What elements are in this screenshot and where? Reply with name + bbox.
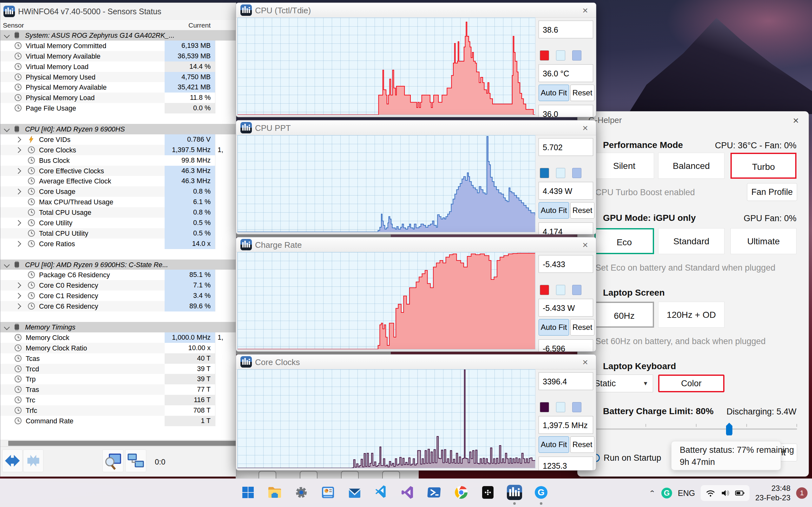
settings-gear-icon[interactable] bbox=[292, 483, 311, 502]
mail-icon[interactable] bbox=[345, 483, 364, 502]
slider-handle[interactable] bbox=[726, 423, 732, 435]
chevron-right-icon[interactable] bbox=[15, 189, 21, 194]
sensor-row[interactable]: Trp39 T bbox=[0, 374, 236, 384]
graph-titlebar[interactable]: Charge Rate × bbox=[236, 237, 596, 252]
sensor-row[interactable]: Virtual Memory Available36,539 MB bbox=[0, 51, 236, 61]
close-icon[interactable]: × bbox=[579, 239, 591, 250]
grid-color-swatch[interactable] bbox=[572, 168, 581, 178]
balanced-button[interactable]: Balanced bbox=[658, 153, 724, 179]
grammarly-tray-icon[interactable]: G bbox=[661, 488, 672, 498]
standard-button[interactable]: Standard bbox=[658, 228, 724, 254]
graph-titlebar[interactable]: Core Clocks × bbox=[236, 354, 596, 370]
sensor-group-row[interactable]: Memory Timings bbox=[0, 322, 236, 332]
sensor-row[interactable]: Total CPU Utility0.5 % bbox=[0, 228, 236, 239]
chevron-right-icon[interactable] bbox=[15, 220, 21, 226]
column-sensor[interactable]: Sensor bbox=[3, 21, 24, 29]
language-indicator[interactable]: ENG bbox=[678, 489, 695, 498]
series-color-swatch[interactable] bbox=[540, 50, 549, 60]
collapse-columns-button[interactable] bbox=[23, 449, 44, 472]
close-icon[interactable]: × bbox=[579, 5, 591, 16]
expand-columns-button[interactable] bbox=[2, 449, 22, 472]
sensor-row[interactable]: Tras77 T bbox=[0, 384, 236, 395]
chevron-down-icon[interactable] bbox=[4, 262, 9, 268]
refresh-120hz-button[interactable]: 120Hz + OD bbox=[658, 302, 724, 328]
eco-button[interactable]: Eco bbox=[595, 228, 654, 254]
chevron-right-icon[interactable] bbox=[15, 293, 21, 299]
sensor-row[interactable]: Page File Usage0.0 % bbox=[0, 103, 236, 113]
auto-fit-button[interactable]: Auto Fit bbox=[539, 436, 569, 453]
grid-color-swatch[interactable] bbox=[572, 402, 581, 412]
fan-profile-button[interactable]: Fan Profile bbox=[747, 183, 797, 201]
sensor-row[interactable]: Command Rate1 T bbox=[0, 416, 236, 426]
battery-limit-slider[interactable] bbox=[595, 429, 797, 430]
sensor-row[interactable]: Bus Clock99.8 MHz bbox=[0, 155, 236, 166]
sensor-group-row[interactable]: CPU [#0]: AMD Ryzen 9 6900HS bbox=[0, 124, 236, 134]
chevron-right-icon[interactable] bbox=[15, 136, 21, 142]
visual-studio-icon[interactable] bbox=[398, 483, 417, 502]
keyboard-color-button[interactable]: Color bbox=[658, 375, 724, 392]
chevron-right-icon[interactable] bbox=[15, 283, 21, 288]
sensor-table-header[interactable]: Sensor Current bbox=[0, 20, 236, 31]
sensor-row[interactable]: Core C0 Residency7.1 % bbox=[0, 280, 236, 291]
auto-fit-button[interactable]: Auto Fit bbox=[539, 202, 569, 219]
chevron-down-icon[interactable] bbox=[4, 126, 9, 132]
series-color-swatch[interactable] bbox=[540, 168, 549, 178]
powershell-icon[interactable] bbox=[425, 483, 444, 502]
sensor-row[interactable]: Average Effective Clock46.3 MHz bbox=[0, 176, 236, 186]
close-icon[interactable]: × bbox=[790, 115, 802, 126]
sensor-row[interactable]: Physical Memory Load11.8 % bbox=[0, 93, 236, 103]
grid-color-swatch[interactable] bbox=[572, 50, 581, 60]
start-button[interactable] bbox=[239, 483, 258, 502]
chevron-right-icon[interactable] bbox=[15, 168, 21, 174]
sensor-row[interactable]: Trcd39 T bbox=[0, 364, 236, 374]
close-icon[interactable]: × bbox=[579, 123, 591, 133]
chevron-down-icon[interactable] bbox=[4, 32, 9, 38]
graph-titlebar[interactable]: CPU (Tctl/Tdie) × bbox=[236, 3, 596, 18]
vscode-icon[interactable] bbox=[372, 483, 391, 502]
hwinfo-titlebar[interactable]: HWiNFO64 v7.40-5000 - Sensors Status bbox=[0, 3, 236, 20]
chevron-down-icon[interactable] bbox=[4, 324, 9, 330]
background-color-swatch[interactable] bbox=[556, 402, 565, 412]
sensor-row[interactable]: Total CPU Usage0.8 % bbox=[0, 207, 236, 218]
scrollbar-thumb[interactable] bbox=[8, 441, 236, 446]
sensor-row[interactable]: Core Usage0.8 % bbox=[0, 186, 236, 197]
silent-button[interactable]: Silent bbox=[595, 153, 654, 179]
sensor-row[interactable]: Virtual Memory Load14.4 % bbox=[0, 61, 236, 72]
sensor-row[interactable]: Physical Memory Used4,750 MB bbox=[0, 72, 236, 82]
sensor-row[interactable]: Tcas40 T bbox=[0, 353, 236, 364]
sensor-row[interactable]: Core VIDs0.786 V bbox=[0, 134, 236, 145]
quick-settings-pill[interactable] bbox=[701, 485, 750, 501]
notification-badge[interactable]: 1 bbox=[796, 487, 808, 499]
graph-titlebar[interactable]: CPU PPT × bbox=[236, 120, 596, 135]
sensor-row[interactable]: Core C6 Residency89.6 % bbox=[0, 301, 236, 312]
series-color-swatch[interactable] bbox=[540, 402, 549, 412]
chevron-right-icon[interactable] bbox=[15, 241, 21, 246]
sensor-row[interactable]: Core Clocks1,397.5 MHz1, bbox=[0, 145, 236, 155]
turbo-button[interactable]: Turbo bbox=[730, 153, 797, 179]
sensor-row[interactable]: Core Ratios14.0 x bbox=[0, 239, 236, 249]
close-icon[interactable]: × bbox=[579, 357, 591, 368]
background-color-swatch[interactable] bbox=[556, 285, 565, 295]
sensor-row[interactable]: Max CPU/Thread Usage6.1 % bbox=[0, 197, 236, 207]
task-manager-icon[interactable] bbox=[318, 483, 338, 502]
sensor-row[interactable]: Core Effective Clocks46.3 MHz bbox=[0, 166, 236, 176]
remote-monitoring-button[interactable] bbox=[125, 449, 146, 472]
hwinfo-taskbar-icon[interactable] bbox=[505, 483, 524, 502]
auto-fit-button[interactable]: Auto Fit bbox=[539, 319, 569, 336]
dark-utility-app-icon[interactable] bbox=[478, 483, 497, 502]
grid-color-swatch[interactable] bbox=[572, 285, 581, 295]
sensor-group-row[interactable]: CPU [#0]: AMD Ryzen 9 6900HS: C-State Re… bbox=[0, 260, 236, 270]
system-summary-button[interactable] bbox=[102, 449, 123, 472]
horizontal-scrollbar[interactable] bbox=[0, 440, 236, 447]
auto-fit-button[interactable]: Auto Fit bbox=[539, 84, 569, 101]
reset-button[interactable]: Reset bbox=[570, 84, 595, 101]
sensor-row[interactable]: Virtual Memory Committed6,193 MB bbox=[0, 41, 236, 51]
reset-button[interactable]: Reset bbox=[570, 202, 595, 219]
background-color-swatch[interactable] bbox=[556, 168, 565, 178]
sensor-row[interactable]: Trfc708 T bbox=[0, 405, 236, 416]
series-color-swatch[interactable] bbox=[540, 285, 549, 295]
sensor-row[interactable]: Trc116 T bbox=[0, 395, 236, 405]
reset-button[interactable]: Reset bbox=[570, 319, 595, 336]
sensor-row[interactable]: Core C1 Residency3.4 % bbox=[0, 291, 236, 301]
sensor-row[interactable]: Memory Clock1,000.0 MHz1, bbox=[0, 332, 236, 343]
